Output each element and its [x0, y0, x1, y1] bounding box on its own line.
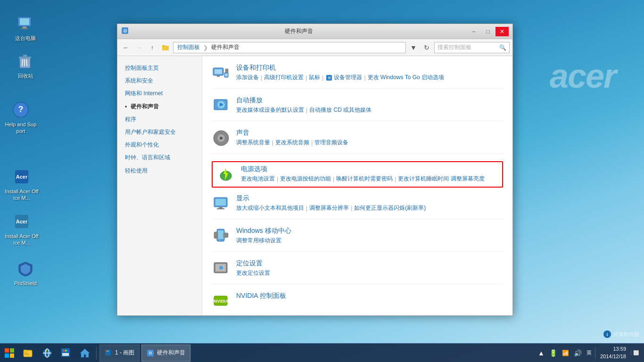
- link-device-manager[interactable]: 设备管理器: [334, 74, 362, 82]
- start-button[interactable]: [0, 344, 19, 362]
- search-box[interactable]: 搜索控制面板 🔍: [434, 42, 510, 53]
- svg-point-76: [106, 350, 107, 352]
- section-display: 显示 放大或缩小文本和其他项目 | 调整屏幕分辨率 | 如何更正显示器闪烁(刷新…: [212, 194, 503, 219]
- address-path[interactable]: 控制面板 ❯ 硬件和声音: [173, 42, 406, 53]
- path-dropdown-button[interactable]: ▼: [408, 42, 419, 53]
- sidebar-item-network[interactable]: 网络和 Internet: [117, 87, 202, 100]
- svg-text:⚙: ⚙: [149, 351, 152, 355]
- taskbar-app-paint[interactable]: 1 - 画图: [99, 345, 140, 362]
- svg-rect-39: [219, 207, 223, 208]
- location-title[interactable]: 定位设置: [236, 259, 503, 268]
- taskbar-pinned-ie[interactable]: e: [39, 345, 56, 362]
- autoplay-title[interactable]: 自动播放: [236, 96, 503, 105]
- link-location-settings[interactable]: 更改定位设置: [236, 269, 270, 277]
- link-text-size[interactable]: 放大或缩小文本和其他项目: [236, 204, 304, 212]
- search-placeholder: 搜索控制面板: [438, 43, 471, 51]
- sidebar-item-clock[interactable]: 时钟、语言和区域: [117, 151, 202, 164]
- link-mouse[interactable]: 鼠标: [309, 74, 320, 82]
- link-refresh-rate[interactable]: 如何更正显示器闪烁(刷新率): [354, 204, 426, 212]
- tray-network[interactable]: 📶: [561, 350, 570, 356]
- link-autoplay-default[interactable]: 更改媒体或设备的默认设置: [236, 106, 304, 114]
- maximize-button[interactable]: □: [481, 27, 495, 36]
- path-part-hw: 硬件和声音: [211, 43, 239, 51]
- mobility-icon: [212, 227, 231, 246]
- back-button[interactable]: ←: [120, 42, 132, 53]
- acer-logo: acer: [550, 57, 616, 95]
- link-screen-brightness[interactable]: 调整屏幕亮度: [451, 175, 485, 183]
- link-resolution[interactable]: 调整屏幕分辨率: [309, 204, 349, 212]
- taskbar-app-hardware[interactable]: ⚙ 硬件和声音: [141, 345, 190, 362]
- link-windows-to-go[interactable]: 更改 Windows To Go 启动选项: [368, 74, 444, 82]
- svg-rect-44: [214, 232, 218, 239]
- tray-lang[interactable]: 英: [585, 349, 593, 356]
- svg-rect-64: [25, 354, 29, 355]
- sidebar-item-programs[interactable]: 程序: [117, 113, 202, 126]
- svg-rect-60: [10, 354, 14, 358]
- taskbar-pinned-home[interactable]: [76, 345, 93, 362]
- tray-up-arrow[interactable]: ▲: [537, 349, 546, 357]
- taskbar-paint-icon: [105, 349, 112, 357]
- path-part-cp[interactable]: 控制面板: [177, 43, 200, 51]
- devices-title[interactable]: 设备和打印机: [236, 64, 503, 72]
- desktop-icon-recycle-bin[interactable]: 回收站: [8, 52, 42, 79]
- desktop-icon-this-pc[interactable]: 这台电脑: [8, 14, 42, 41]
- sidebar-item-system[interactable]: 系统和安全: [117, 74, 202, 87]
- power-title[interactable]: 电源选项: [241, 165, 498, 173]
- link-sleep-time[interactable]: 更改计算机睡眠时间: [398, 175, 449, 183]
- link-autoplay-cd[interactable]: 自动播放 CD 或其他媒体: [309, 106, 372, 114]
- sidebar-item-hardware[interactable]: 硬件和声音: [117, 100, 202, 113]
- location-content: 定位设置 更改定位设置: [236, 259, 503, 277]
- desktop-icon-help[interactable]: ? Help and Support: [4, 100, 38, 135]
- titlebar: ⚙ 硬件和声音 – □ ✕: [117, 24, 512, 39]
- svg-line-7: [22, 59, 23, 66]
- clock[interactable]: 13:59 2014/12/18: [597, 346, 629, 360]
- svg-text:Acer: Acer: [16, 219, 28, 224]
- mobility-title[interactable]: Windows 移动中心: [236, 227, 503, 235]
- sidebar-item-accounts[interactable]: 用户帐户和家庭安全: [117, 126, 202, 139]
- tray-volume[interactable]: 🔊: [572, 349, 583, 357]
- tray-battery[interactable]: 🔋: [548, 349, 559, 357]
- display-title[interactable]: 显示: [236, 194, 503, 203]
- nvidia-title[interactable]: NVIDIA 控制面板: [236, 292, 503, 300]
- up-button[interactable]: ↑: [147, 42, 158, 53]
- link-mobile-settings[interactable]: 调整常用移动设置: [236, 237, 281, 245]
- refresh-button[interactable]: ↻: [421, 42, 432, 53]
- close-button[interactable]: ✕: [495, 27, 509, 36]
- display-content: 显示 放大或缩小文本和其他项目 | 调整屏幕分辨率 | 如何更正显示器闪烁(刷新…: [236, 194, 503, 212]
- link-battery-settings[interactable]: 更改电池设置: [241, 175, 275, 183]
- link-change-sound[interactable]: 更改系统音频: [275, 139, 309, 147]
- taskbar-pinned-paint[interactable]: [58, 345, 74, 362]
- display-links: 放大或缩小文本和其他项目 | 调整屏幕分辨率 | 如何更正显示器闪烁(刷新率): [236, 204, 503, 212]
- svg-rect-40: [217, 208, 224, 209]
- home-icon: [79, 347, 91, 359]
- taskbar-pinned-explorer[interactable]: [20, 345, 37, 362]
- sound-title[interactable]: 声音: [236, 129, 503, 137]
- recycle-bin-icon: [16, 52, 35, 71]
- link-printer-settings[interactable]: 高级打印机设置: [264, 74, 304, 82]
- svg-rect-62: [24, 350, 27, 352]
- link-power-button[interactable]: 更改电源按钮的功能: [280, 175, 331, 183]
- link-add-device[interactable]: 添加设备: [236, 74, 259, 82]
- autoplay-links: 更改媒体或设备的默认设置 | 自动播放 CD 或其他媒体: [236, 106, 503, 114]
- link-adjust-volume[interactable]: 调整系统音量: [236, 139, 270, 147]
- windows-logo-icon: [4, 347, 15, 359]
- svg-line-9: [26, 59, 27, 66]
- section-mobility: Windows 移动中心 调整常用移动设置: [212, 227, 503, 252]
- minimize-button[interactable]: –: [467, 27, 480, 36]
- install-acer2-icon: Acer: [12, 212, 31, 231]
- desktop-icon-proshield[interactable]: ProShield: [8, 259, 42, 287]
- search-icon: 🔍: [499, 44, 506, 51]
- link-wakeup-password[interactable]: 唤醒计算机时需要密码: [336, 175, 393, 183]
- sidebar-item-ease[interactable]: 轻松使用: [117, 165, 202, 177]
- desktop-icon-install-acer2[interactable]: Acer Install Acer Office M...: [5, 212, 39, 247]
- proshield-icon: [16, 259, 35, 278]
- link-manage-audio[interactable]: 管理音频设备: [314, 139, 348, 147]
- content-area: 设备和打印机 添加设备 | 高级打印机设置 | 鼠标 | ⚙ 设备管理器 | 更…: [202, 56, 512, 315]
- desktop-icon-install-acer1[interactable]: Acer Install Acer Office M...: [5, 167, 39, 202]
- forward-button[interactable]: →: [133, 42, 145, 53]
- sound-content: 声音 调整系统音量 | 更改系统音频 | 管理音频设备: [236, 129, 503, 147]
- sidebar-item-home[interactable]: 控制面板主页: [117, 62, 202, 74]
- sidebar-item-appearance[interactable]: 外观和个性化: [117, 139, 202, 151]
- show-desktop[interactable]: ⬜: [631, 350, 640, 355]
- location-links: 更改定位设置: [236, 269, 503, 277]
